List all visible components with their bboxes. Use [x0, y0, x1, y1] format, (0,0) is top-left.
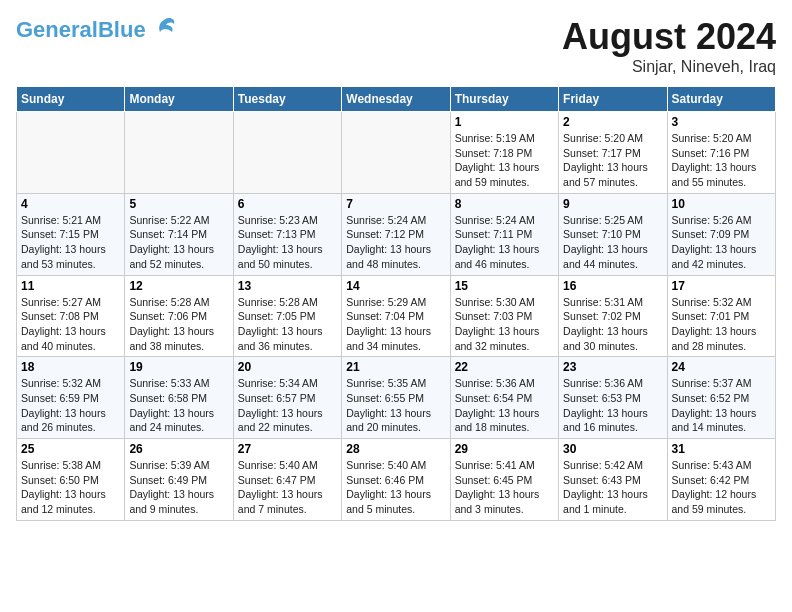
day-number: 4 [21, 197, 120, 211]
day-number: 26 [129, 442, 228, 456]
day-info: Sunrise: 5:31 AMSunset: 7:02 PMDaylight:… [563, 295, 662, 354]
day-info: Sunrise: 5:25 AMSunset: 7:10 PMDaylight:… [563, 213, 662, 272]
day-number: 25 [21, 442, 120, 456]
day-number: 27 [238, 442, 337, 456]
calendar-cell: 16Sunrise: 5:31 AMSunset: 7:02 PMDayligh… [559, 275, 667, 357]
calendar-cell: 28Sunrise: 5:40 AMSunset: 6:46 PMDayligh… [342, 439, 450, 521]
weekday-header-saturday: Saturday [667, 87, 775, 112]
calendar-cell: 30Sunrise: 5:42 AMSunset: 6:43 PMDayligh… [559, 439, 667, 521]
calendar: SundayMondayTuesdayWednesdayThursdayFrid… [16, 86, 776, 521]
day-info: Sunrise: 5:32 AMSunset: 7:01 PMDaylight:… [672, 295, 771, 354]
calendar-cell: 4Sunrise: 5:21 AMSunset: 7:15 PMDaylight… [17, 193, 125, 275]
day-info: Sunrise: 5:20 AMSunset: 7:17 PMDaylight:… [563, 131, 662, 190]
day-number: 14 [346, 279, 445, 293]
calendar-cell: 27Sunrise: 5:40 AMSunset: 6:47 PMDayligh… [233, 439, 341, 521]
day-info: Sunrise: 5:23 AMSunset: 7:13 PMDaylight:… [238, 213, 337, 272]
day-info: Sunrise: 5:36 AMSunset: 6:54 PMDaylight:… [455, 376, 554, 435]
calendar-cell [233, 112, 341, 194]
logo-text: GeneralBlue [16, 19, 146, 41]
calendar-cell: 23Sunrise: 5:36 AMSunset: 6:53 PMDayligh… [559, 357, 667, 439]
day-number: 16 [563, 279, 662, 293]
day-number: 9 [563, 197, 662, 211]
calendar-cell: 8Sunrise: 5:24 AMSunset: 7:11 PMDaylight… [450, 193, 558, 275]
calendar-cell: 15Sunrise: 5:30 AMSunset: 7:03 PMDayligh… [450, 275, 558, 357]
location: Sinjar, Nineveh, Iraq [562, 58, 776, 76]
weekday-header-row: SundayMondayTuesdayWednesdayThursdayFrid… [17, 87, 776, 112]
calendar-cell: 29Sunrise: 5:41 AMSunset: 6:45 PMDayligh… [450, 439, 558, 521]
day-info: Sunrise: 5:42 AMSunset: 6:43 PMDaylight:… [563, 458, 662, 517]
calendar-cell: 11Sunrise: 5:27 AMSunset: 7:08 PMDayligh… [17, 275, 125, 357]
calendar-week-3: 11Sunrise: 5:27 AMSunset: 7:08 PMDayligh… [17, 275, 776, 357]
logo-bird-icon [150, 12, 178, 44]
logo-blue: Blue [98, 17, 146, 42]
calendar-cell: 6Sunrise: 5:23 AMSunset: 7:13 PMDaylight… [233, 193, 341, 275]
day-number: 11 [21, 279, 120, 293]
day-number: 31 [672, 442, 771, 456]
day-number: 13 [238, 279, 337, 293]
day-info: Sunrise: 5:32 AMSunset: 6:59 PMDaylight:… [21, 376, 120, 435]
calendar-week-1: 1Sunrise: 5:19 AMSunset: 7:18 PMDaylight… [17, 112, 776, 194]
day-info: Sunrise: 5:19 AMSunset: 7:18 PMDaylight:… [455, 131, 554, 190]
day-info: Sunrise: 5:24 AMSunset: 7:11 PMDaylight:… [455, 213, 554, 272]
weekday-header-sunday: Sunday [17, 87, 125, 112]
calendar-week-5: 25Sunrise: 5:38 AMSunset: 6:50 PMDayligh… [17, 439, 776, 521]
day-info: Sunrise: 5:33 AMSunset: 6:58 PMDaylight:… [129, 376, 228, 435]
day-number: 8 [455, 197, 554, 211]
calendar-cell: 9Sunrise: 5:25 AMSunset: 7:10 PMDaylight… [559, 193, 667, 275]
day-number: 10 [672, 197, 771, 211]
day-info: Sunrise: 5:37 AMSunset: 6:52 PMDaylight:… [672, 376, 771, 435]
calendar-cell: 25Sunrise: 5:38 AMSunset: 6:50 PMDayligh… [17, 439, 125, 521]
calendar-cell: 20Sunrise: 5:34 AMSunset: 6:57 PMDayligh… [233, 357, 341, 439]
calendar-cell: 13Sunrise: 5:28 AMSunset: 7:05 PMDayligh… [233, 275, 341, 357]
day-number: 12 [129, 279, 228, 293]
month-title: August 2024 [562, 16, 776, 58]
calendar-cell [342, 112, 450, 194]
calendar-cell: 19Sunrise: 5:33 AMSunset: 6:58 PMDayligh… [125, 357, 233, 439]
day-number: 18 [21, 360, 120, 374]
day-number: 21 [346, 360, 445, 374]
day-info: Sunrise: 5:43 AMSunset: 6:42 PMDaylight:… [672, 458, 771, 517]
day-number: 22 [455, 360, 554, 374]
day-info: Sunrise: 5:20 AMSunset: 7:16 PMDaylight:… [672, 131, 771, 190]
header: GeneralBlue August 2024 Sinjar, Nineveh,… [16, 16, 776, 76]
calendar-cell: 1Sunrise: 5:19 AMSunset: 7:18 PMDaylight… [450, 112, 558, 194]
calendar-cell: 18Sunrise: 5:32 AMSunset: 6:59 PMDayligh… [17, 357, 125, 439]
calendar-cell [125, 112, 233, 194]
calendar-cell: 21Sunrise: 5:35 AMSunset: 6:55 PMDayligh… [342, 357, 450, 439]
day-number: 1 [455, 115, 554, 129]
day-info: Sunrise: 5:21 AMSunset: 7:15 PMDaylight:… [21, 213, 120, 272]
day-number: 6 [238, 197, 337, 211]
day-number: 3 [672, 115, 771, 129]
weekday-header-wednesday: Wednesday [342, 87, 450, 112]
logo: GeneralBlue [16, 16, 178, 44]
day-number: 15 [455, 279, 554, 293]
calendar-cell: 14Sunrise: 5:29 AMSunset: 7:04 PMDayligh… [342, 275, 450, 357]
calendar-cell: 31Sunrise: 5:43 AMSunset: 6:42 PMDayligh… [667, 439, 775, 521]
day-info: Sunrise: 5:24 AMSunset: 7:12 PMDaylight:… [346, 213, 445, 272]
day-info: Sunrise: 5:28 AMSunset: 7:06 PMDaylight:… [129, 295, 228, 354]
weekday-header-monday: Monday [125, 87, 233, 112]
calendar-week-4: 18Sunrise: 5:32 AMSunset: 6:59 PMDayligh… [17, 357, 776, 439]
calendar-cell: 2Sunrise: 5:20 AMSunset: 7:17 PMDaylight… [559, 112, 667, 194]
day-number: 7 [346, 197, 445, 211]
logo-general: General [16, 17, 98, 42]
calendar-cell [17, 112, 125, 194]
day-number: 23 [563, 360, 662, 374]
day-info: Sunrise: 5:28 AMSunset: 7:05 PMDaylight:… [238, 295, 337, 354]
day-info: Sunrise: 5:26 AMSunset: 7:09 PMDaylight:… [672, 213, 771, 272]
calendar-cell: 24Sunrise: 5:37 AMSunset: 6:52 PMDayligh… [667, 357, 775, 439]
calendar-cell: 10Sunrise: 5:26 AMSunset: 7:09 PMDayligh… [667, 193, 775, 275]
day-info: Sunrise: 5:22 AMSunset: 7:14 PMDaylight:… [129, 213, 228, 272]
day-info: Sunrise: 5:30 AMSunset: 7:03 PMDaylight:… [455, 295, 554, 354]
calendar-cell: 22Sunrise: 5:36 AMSunset: 6:54 PMDayligh… [450, 357, 558, 439]
calendar-cell: 26Sunrise: 5:39 AMSunset: 6:49 PMDayligh… [125, 439, 233, 521]
day-number: 5 [129, 197, 228, 211]
calendar-cell: 12Sunrise: 5:28 AMSunset: 7:06 PMDayligh… [125, 275, 233, 357]
day-number: 2 [563, 115, 662, 129]
day-number: 19 [129, 360, 228, 374]
title-area: August 2024 Sinjar, Nineveh, Iraq [562, 16, 776, 76]
day-info: Sunrise: 5:40 AMSunset: 6:47 PMDaylight:… [238, 458, 337, 517]
weekday-header-thursday: Thursday [450, 87, 558, 112]
day-number: 30 [563, 442, 662, 456]
day-number: 28 [346, 442, 445, 456]
